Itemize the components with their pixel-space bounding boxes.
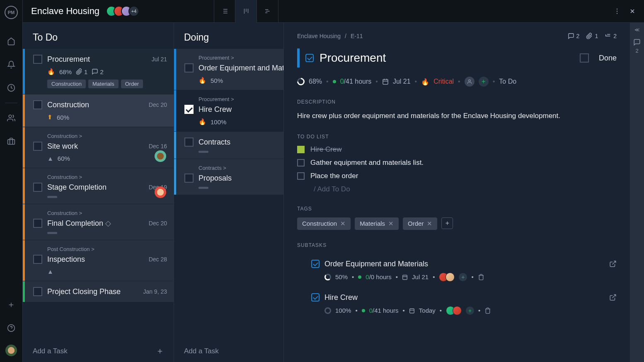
open-external-icon[interactable] — [609, 260, 617, 268]
remove-tag-icon[interactable]: ✕ — [427, 220, 432, 227]
svg-point-18 — [617, 13, 617, 14]
add-assignee-button[interactable]: + — [459, 273, 467, 281]
task-checkbox[interactable] — [33, 219, 42, 228]
detail-title[interactable]: Procurement — [320, 51, 574, 65]
task-card[interactable]: Post Construction > Inspections Dec 28 ▲ — [23, 240, 174, 281]
avatar-more[interactable]: +4 — [128, 6, 139, 17]
app-logo[interactable]: PM — [5, 6, 18, 19]
subtask-item[interactable]: Hire Crew 100% • 0/41 hours • Today • — [297, 287, 617, 321]
remove-tag-icon[interactable]: ✕ — [340, 220, 346, 227]
column-title: To Do — [23, 23, 174, 49]
task-type-icon — [311, 260, 320, 268]
task-checkbox[interactable] — [33, 142, 42, 151]
accent-bar — [297, 48, 300, 68]
tag-chip[interactable]: Construction✕ — [297, 217, 351, 230]
kanban-board: To Do Procurement Jul 21 🔥 68% 1 — [23, 23, 644, 362]
task-checkbox[interactable] — [184, 105, 194, 114]
task-checkbox[interactable] — [33, 255, 42, 264]
priority-value[interactable]: Critical — [433, 78, 454, 85]
add-task-button[interactable]: Add a Task — [174, 340, 283, 362]
breadcrumb[interactable]: Enclave Housing/E-11 — [297, 33, 363, 39]
task-title: Final Completion ◇ — [47, 219, 144, 228]
svg-rect-24 — [403, 275, 407, 280]
more-icon[interactable] — [613, 7, 621, 15]
comments-stat[interactable]: 2 — [568, 33, 580, 39]
todo-checkbox[interactable] — [297, 172, 305, 180]
done-label: Done — [599, 54, 617, 63]
tags-label: TAGS — [297, 206, 617, 212]
bell-icon[interactable] — [7, 60, 16, 69]
task-checkbox[interactable] — [33, 287, 42, 296]
plus-icon[interactable] — [7, 300, 16, 309]
todo-item[interactable]: Gather equipment and materials list. — [297, 159, 617, 167]
add-assignee-button[interactable]: + — [466, 306, 474, 315]
todo-item[interactable]: Hire Crew — [297, 145, 617, 154]
help-icon[interactable] — [7, 323, 16, 333]
clock-icon[interactable] — [7, 83, 16, 92]
people-icon[interactable] — [7, 113, 16, 123]
task-card[interactable]: Contracts > Proposals — [174, 159, 283, 195]
status-value[interactable]: To Do — [499, 78, 516, 85]
assignee-placeholder[interactable] — [465, 77, 475, 87]
todo-checkbox[interactable] — [297, 159, 305, 167]
subtask-item[interactable]: Order Equipment and Materials 50% • 0/0 … — [297, 254, 617, 287]
task-card[interactable]: Construction > Stage Completion Dec 19 — [23, 168, 174, 204]
task-progress: 68% — [59, 68, 72, 75]
board-view-icon[interactable] — [235, 0, 257, 23]
member-avatars[interactable]: +4 — [106, 6, 139, 17]
comment-count: 2 — [92, 68, 103, 75]
assignee-avatar[interactable] — [155, 186, 166, 198]
subtasks-stat[interactable]: 2 — [605, 33, 617, 39]
add-tag-button[interactable]: + — [441, 217, 453, 229]
task-checkbox[interactable] — [33, 100, 42, 109]
task-card[interactable]: Construction > Site work Dec 16 ▲ 60% — [23, 127, 174, 168]
list-view-icon[interactable] — [214, 0, 235, 23]
task-checkbox[interactable] — [33, 183, 42, 192]
done-checkbox[interactable] — [580, 53, 589, 63]
task-detail-panel: Enclave Housing/E-11 2 1 2 Procurement D… — [284, 23, 630, 362]
collapse-icon[interactable]: ≪ — [634, 27, 640, 33]
attachments-stat[interactable]: 1 — [586, 33, 598, 39]
task-card[interactable]: Contracts — [174, 132, 283, 159]
briefcase-icon[interactable] — [7, 137, 16, 146]
project-title[interactable]: Enclave Housing — [31, 6, 99, 17]
task-card[interactable]: Procurement > Order Equipment and Materi… — [174, 49, 283, 90]
date-value[interactable]: Jul 21 — [393, 78, 411, 85]
todo-checkbox[interactable] — [297, 146, 305, 153]
user-avatar[interactable] — [5, 345, 17, 356]
task-checkbox[interactable] — [184, 174, 194, 183]
task-checkbox[interactable] — [33, 55, 42, 64]
todo-item[interactable]: Place the order — [297, 172, 617, 180]
open-external-icon[interactable] — [609, 294, 617, 301]
home-icon[interactable] — [7, 37, 16, 46]
task-checkbox[interactable] — [184, 63, 194, 72]
description-text[interactable]: Hire crew plus order equipment and mater… — [297, 111, 617, 121]
tag-chip[interactable]: Materials✕ — [355, 217, 399, 230]
progress-indicator — [199, 187, 208, 189]
add-task-button[interactable]: Add a Task — [23, 340, 174, 362]
gantt-view-icon[interactable] — [257, 0, 278, 23]
close-icon[interactable] — [629, 8, 636, 14]
task-card[interactable]: Procurement > Hire Crew 🔥 100% — [174, 90, 283, 131]
task-date: Dec 20 — [149, 101, 167, 108]
add-todo-button[interactable]: / Add To Do — [314, 185, 617, 193]
task-parent: Construction > — [47, 210, 167, 216]
assignee-avatar[interactable] — [155, 150, 166, 162]
delete-icon[interactable] — [484, 307, 491, 314]
delete-icon[interactable] — [478, 274, 484, 280]
tag-chip[interactable]: Order✕ — [403, 217, 437, 230]
arrow-up-icon: ⬆ — [47, 113, 53, 121]
task-card[interactable]: Project Closing Phase Jan 9, 23 — [23, 281, 174, 302]
view-switcher — [214, 0, 278, 23]
progress-indicator — [199, 151, 208, 153]
task-card[interactable]: Construction Dec 20 ⬆ 60% — [23, 94, 174, 127]
remove-tag-icon[interactable]: ✕ — [388, 220, 394, 227]
task-card[interactable]: Construction > Final Completion ◇ Dec 20 — [23, 204, 174, 240]
task-checkbox[interactable] — [184, 138, 194, 147]
task-card[interactable]: Procurement Jul 21 🔥 68% 1 2 — [23, 49, 174, 94]
task-date: Dec 28 — [149, 256, 167, 263]
task-title: Project Closing Phase — [47, 287, 138, 296]
comments-panel-icon[interactable] — [633, 39, 641, 46]
status-dot-icon — [333, 80, 336, 83]
add-assignee-button[interactable]: + — [479, 77, 489, 87]
